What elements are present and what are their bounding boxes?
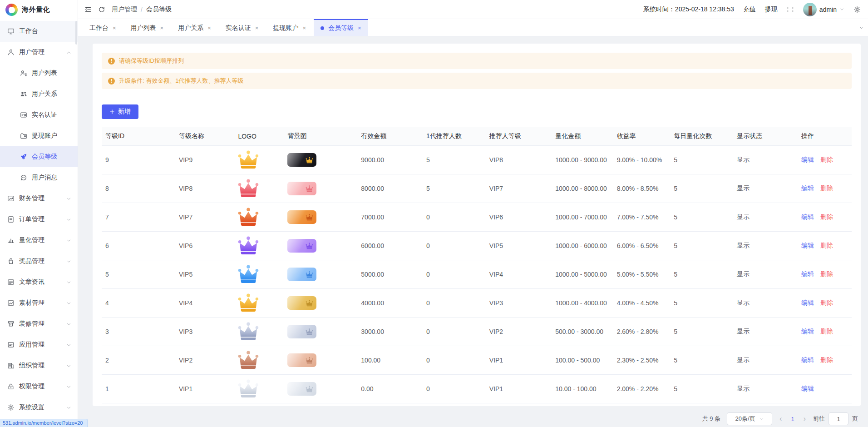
close-icon[interactable]: × [113, 25, 116, 31]
sidebar-item-用户消息[interactable]: 用户消息 [0, 167, 78, 188]
sidebar-scrollbar[interactable] [75, 21, 77, 45]
sidebar-item-组织管理[interactable]: 组织管理 [0, 355, 78, 376]
fullscreen-icon[interactable] [787, 6, 794, 13]
sidebar-item-装修管理[interactable]: 装修管理 [0, 313, 78, 334]
card-crown-icon [306, 300, 313, 307]
sidebar-item-label: 权限管理 [19, 382, 44, 391]
sidebar-item-label: 会员等级 [32, 153, 57, 161]
column-header-操作: 操作 [798, 127, 852, 146]
close-icon[interactable]: × [160, 25, 164, 31]
delete-link[interactable]: 删除 [820, 156, 833, 163]
background-card-image [287, 325, 316, 338]
delete-link[interactable]: 删除 [820, 356, 833, 363]
withdraw-button[interactable]: 提现 [765, 5, 778, 14]
tab-expand-chevron-icon[interactable] [859, 19, 864, 36]
sidebar-item-财务管理[interactable]: 财务管理 [0, 188, 78, 209]
cell-rate-range: 6.00% - 6.50% [613, 232, 671, 260]
tab-用户关系[interactable]: 用户关系× [171, 19, 218, 36]
sidebar-item-用户列表[interactable]: 用户列表 [0, 63, 78, 84]
column-header-背景图: 背景图 [284, 127, 357, 146]
chevron-down-icon [839, 7, 844, 12]
id-card-icon [20, 111, 27, 119]
cell-valid-amount: 9000.00 [357, 146, 423, 174]
sidebar-item-素材管理[interactable]: 素材管理 [0, 293, 78, 313]
sidebar-item-奖品管理[interactable]: 奖品管理 [0, 251, 78, 272]
sidebar-item-应用管理[interactable]: 应用管理 [0, 334, 78, 355]
edit-link[interactable]: 编辑 [801, 385, 814, 392]
edit-link[interactable]: 编辑 [801, 328, 814, 335]
sidebar-item-label: 应用管理 [19, 341, 44, 349]
alert-text: 升级条件: 有效金额、1代推荐人数、推荐人等级 [119, 77, 243, 85]
edit-link[interactable]: 编辑 [801, 213, 814, 220]
next-page-button[interactable]: › [803, 415, 807, 422]
cell-actions: 编辑删除 [798, 346, 852, 375]
refresh-icon[interactable] [98, 6, 105, 13]
breadcrumb-separator: / [141, 6, 143, 13]
delete-link[interactable]: 删除 [820, 299, 833, 306]
sidebar-item-label: 实名认证 [32, 111, 57, 119]
edit-link[interactable]: 编辑 [801, 242, 814, 249]
tab-实名认证[interactable]: 实名认证× [219, 19, 266, 36]
edit-link[interactable]: 编辑 [801, 299, 814, 306]
crown-logo-icon [238, 179, 259, 198]
tab-用户列表[interactable]: 用户列表× [124, 19, 171, 36]
delete-link[interactable]: 删除 [820, 270, 833, 278]
goto-page-input[interactable] [829, 412, 848, 425]
sidebar-item-提现账户[interactable]: 提现账户 [0, 125, 78, 146]
cell-ref-level: VIP7 [486, 174, 552, 203]
sidebar-item-实名认证[interactable]: 实名认证 [0, 104, 78, 125]
sidebar-item-label: 用户管理 [19, 48, 44, 56]
chevron-down-icon [66, 384, 71, 389]
add-button[interactable]: 新增 [102, 104, 138, 119]
cell-ref-level: VIP1 [486, 375, 552, 403]
breadcrumb-parent[interactable]: 用户管理 [112, 5, 137, 14]
recharge-button[interactable]: 充值 [743, 5, 756, 14]
tab-提现账户[interactable]: 提现账户× [266, 19, 313, 36]
settings-gear-icon[interactable] [853, 6, 861, 13]
prev-page-button[interactable]: ‹ [779, 415, 783, 422]
sidebar-item-用户管理[interactable]: 用户管理 [0, 42, 78, 63]
edit-link[interactable]: 编辑 [801, 184, 814, 192]
sidebar-item-订单管理[interactable]: 订单管理 [0, 209, 78, 230]
close-icon[interactable]: × [207, 25, 211, 31]
cell-ref-level: VIP6 [486, 203, 552, 232]
quant-icon [7, 237, 15, 244]
page-size-select[interactable]: 20条/页 [727, 412, 772, 425]
sidebar-item-量化管理[interactable]: 量化管理 [0, 230, 78, 251]
cell-status: 显示 [733, 232, 798, 260]
current-page[interactable]: 1 [789, 416, 796, 422]
prize-icon [7, 258, 15, 265]
edit-link[interactable]: 编辑 [801, 356, 814, 363]
content-card: ! 请确保等级ID按顺序排列 ! 升级条件: 有效金额、1代推荐人数、推荐人等级… [93, 44, 861, 406]
delete-link[interactable]: 删除 [820, 328, 833, 335]
crown-logo-icon [238, 351, 259, 370]
tab-会员等级[interactable]: 会员等级× [314, 19, 368, 36]
tab-label: 用户关系 [178, 24, 203, 32]
sidebar-item-会员等级[interactable]: 会员等级 [0, 146, 78, 167]
sidebar-item-工作台[interactable]: 工作台 [0, 21, 78, 42]
sidebar-item-系统设置[interactable]: 系统设置 [0, 397, 78, 418]
cell-ref-count: 0 [423, 375, 486, 403]
sidebar-item-权限管理[interactable]: 权限管理 [0, 376, 78, 397]
close-icon[interactable]: × [302, 25, 306, 31]
cell-actions: 编辑删除 [798, 146, 852, 174]
users-icon [20, 90, 27, 98]
delete-link[interactable]: 删除 [820, 242, 833, 249]
edit-link[interactable]: 编辑 [801, 270, 814, 278]
collapse-sidebar-icon[interactable] [84, 6, 92, 13]
crown-logo-icon [238, 150, 259, 169]
sidebar-item-用户关系[interactable]: 用户关系 [0, 84, 78, 104]
chevron-down-icon [66, 363, 71, 368]
tab-工作台[interactable]: 工作台× [83, 19, 123, 36]
user-dropdown[interactable]: admin [803, 3, 844, 16]
sidebar-item-label: 用户关系 [32, 90, 57, 98]
sidebar-item-文章资讯[interactable]: 文章资讯 [0, 272, 78, 293]
delete-link[interactable]: 删除 [820, 184, 833, 192]
cell-actions: 编辑删除 [798, 289, 852, 318]
close-icon[interactable]: × [255, 25, 259, 31]
close-icon[interactable]: × [358, 25, 361, 31]
cell-background [284, 375, 357, 403]
edit-link[interactable]: 编辑 [801, 156, 814, 163]
avatar[interactable] [803, 3, 817, 16]
delete-link[interactable]: 删除 [820, 213, 833, 220]
